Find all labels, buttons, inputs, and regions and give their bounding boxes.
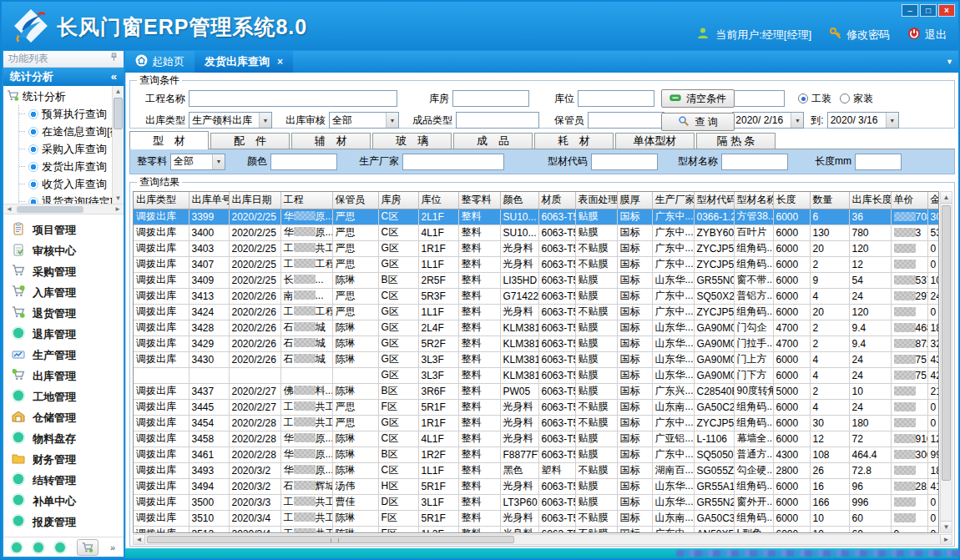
column-header[interactable]: 保管员 — [332, 192, 378, 209]
sidebar-item-folder[interactable]: 财务管理 — [12, 449, 124, 470]
clear-conditions-button[interactable]: 清空条件 — [661, 89, 735, 108]
column-header[interactable]: 出库单号 — [189, 192, 229, 209]
column-header[interactable]: 膜厚 — [617, 192, 652, 209]
sidebar-item-clipboard[interactable]: 项目管理 — [12, 219, 124, 240]
scroll-right-icon[interactable]: ► — [114, 204, 121, 214]
tree-vertical-scrollbar[interactable]: ▲ ▼ — [112, 86, 124, 204]
cart-module-button[interactable] — [77, 539, 99, 556]
module-dot-icon[interactable] — [55, 542, 65, 552]
sidebar-item-clipboard2[interactable]: 审核中心 — [12, 240, 124, 261]
material-tab[interactable]: 辅 材 — [291, 133, 371, 149]
sidebar-section-header[interactable]: 统计分析 « — [3, 68, 124, 86]
column-header[interactable]: 型材代码 — [694, 192, 734, 209]
tab-close-icon[interactable]: × — [277, 56, 283, 68]
sidebar-item-circle[interactable]: 报废管理 — [12, 512, 124, 532]
close-button[interactable]: × — [938, 4, 955, 17]
module-dot-icon[interactable] — [33, 542, 43, 552]
factory-input[interactable] — [402, 154, 504, 170]
search-button[interactable]: 查 询 — [661, 113, 735, 131]
sidebar-item-cart-out[interactable]: 出库管理 — [12, 366, 124, 386]
table-row[interactable]: 调拨出库35102020/3/4工共工程陈琳F区5R1F整料光身料6063-T5… — [134, 510, 939, 526]
material-tab[interactable]: 隔 热 条 — [696, 133, 776, 149]
material-tab[interactable]: 型 材 — [129, 131, 209, 149]
scroll-thumb[interactable] — [17, 206, 83, 213]
minimize-button[interactable]: – — [902, 4, 918, 17]
more-modules-button[interactable]: » — [110, 542, 115, 552]
column-header[interactable]: 单价 — [891, 192, 927, 209]
table-row[interactable]: 调拨出库34302020/2/26石城陈琳G区3L3F整料KLM38176063… — [134, 351, 939, 367]
material-tab[interactable]: 成 品 — [453, 133, 533, 149]
sidebar-item-cart[interactable]: 采购管理 — [12, 261, 124, 282]
material-tab[interactable]: 耗 材 — [534, 133, 614, 149]
scroll-left-icon[interactable]: ◄ — [6, 204, 13, 214]
date-from-picker[interactable]: 2020/ 2/16▼ — [732, 112, 804, 129]
tree-item[interactable]: 预算执行查询 — [19, 105, 124, 123]
column-header[interactable]: 出库日期 — [229, 192, 280, 209]
column-header[interactable]: 材质 — [538, 192, 575, 209]
results-horizontal-scrollbar[interactable]: ◄ ► — [133, 534, 952, 545]
table-row[interactable]: G区3L3F整料KLM38176063-T5贴膜国标山东华...GA90M09.… — [134, 367, 939, 383]
table-row[interactable]: 调拨出库34282020/2/26石城陈琳G区2L4F整料KLM38176063… — [134, 320, 939, 335]
scroll-up-icon[interactable]: ▲ — [941, 192, 952, 204]
table-row[interactable]: 调拨出库34002020/2/25华原...严思C区4L1F整料SU10...6… — [134, 225, 939, 240]
table-row[interactable]: 调拨出库34582020/2/28华原...陈琳C区4L1F整料光身料6063-… — [134, 431, 939, 446]
date-to-picker[interactable]: 2020/ 3/16▼ — [827, 112, 899, 129]
table-row[interactable]: 调拨出库35122020/3/4工共工程陈琳F区1L2F整料光身料6063-T5… — [134, 526, 939, 533]
radio-gongzhuang[interactable]: 工装 — [798, 92, 831, 106]
audit-select[interactable]: 全部▼ — [329, 112, 399, 129]
table-row[interactable]: 调拨出库34072020/2/25工工程严思G区1L1F整料光身料6063-T5… — [134, 256, 939, 272]
product-type-input[interactable] — [456, 112, 539, 129]
tree-item[interactable]: 收货入库查询 — [19, 175, 124, 193]
column-header[interactable]: 型材名称 — [734, 192, 773, 209]
sidebar-item-circle[interactable]: 结转管理 — [12, 470, 124, 491]
results-vertical-scrollbar[interactable]: ▲ ▼ — [940, 191, 952, 533]
sidebar-item-warehouse[interactable]: 仓储管理 — [12, 407, 124, 428]
tree-item[interactable]: 在途信息查询[待 — [19, 123, 124, 140]
column-header[interactable]: 数量 — [810, 192, 849, 209]
tab-home[interactable]: 起始页 — [125, 51, 195, 73]
whole-part-select[interactable]: 全部▼ — [170, 154, 225, 170]
maximize-button[interactable]: □ — [920, 4, 937, 17]
sidebar-item-circle[interactable]: 物料盘存 — [12, 428, 124, 449]
column-header[interactable]: 生产厂家 — [652, 192, 694, 209]
table-row[interactable]: 调拨出库34932020/3/2华原...陈琳C区1L1F整料黑色塑料不贴膜国标… — [134, 462, 939, 478]
column-header[interactable]: 颜色 — [500, 192, 538, 209]
sidebar-item-cart-return[interactable]: 退货管理 — [12, 303, 124, 324]
sidebar-item-chart[interactable]: 生产管理 — [12, 345, 124, 366]
table-row[interactable]: 调拨出库34132020/2/26南...严思C区5R3F整料G71422606… — [134, 288, 939, 304]
tree-horizontal-scrollbar[interactable]: ◄ ► — [3, 204, 124, 214]
keeper-input[interactable] — [588, 112, 664, 129]
column-header[interactable]: 金 — [927, 192, 939, 209]
module-dot-icon[interactable] — [12, 542, 22, 552]
scroll-thumb[interactable] — [147, 536, 514, 543]
profile-code-input[interactable] — [591, 154, 658, 170]
color-input[interactable] — [270, 154, 337, 170]
scroll-thumb[interactable] — [114, 98, 123, 129]
scroll-left-icon[interactable]: ◄ — [134, 535, 145, 544]
material-tab[interactable]: 玻 璃 — [372, 133, 452, 149]
collapse-icon[interactable]: « — [111, 68, 117, 86]
sidebar-item-cart-in[interactable]: 入库管理 — [12, 282, 124, 303]
table-row[interactable]: 调拨出库34032020/2/25工共工程严思G区1R1F整料光身料6063-T… — [134, 240, 939, 256]
column-header[interactable]: 长度 — [773, 192, 810, 209]
warehouse-input[interactable] — [452, 90, 529, 107]
scroll-up-icon[interactable]: ▲ — [113, 86, 124, 97]
table-row[interactable]: 调拨出库34092020/2/25长...陈琳B区2R5F整料LI35HD606… — [134, 272, 939, 288]
scroll-thumb[interactable] — [942, 205, 951, 481]
radio-jiazhuang[interactable]: 家装 — [840, 92, 873, 106]
table-row[interactable]: 调拨出库34612020/2/28华原...陈琳B区1R2F整料F8877FT6… — [134, 446, 939, 462]
tree-item[interactable]: 采购入库查询 — [19, 140, 124, 158]
tree-item[interactable]: 发货出库查询 — [19, 158, 124, 175]
change-password-button[interactable]: 修改密码 — [829, 27, 890, 43]
sidebar-item-circle[interactable]: 退库管理 — [12, 324, 124, 345]
tab-overflow-icon[interactable]: ▼ — [946, 58, 953, 66]
tree-item[interactable]: 退货查询[待定] — [19, 193, 124, 204]
length-input[interactable] — [855, 154, 902, 170]
material-tab[interactable]: 配 件 — [210, 133, 290, 149]
table-row[interactable]: 调拨出库34452020/2/27工共工程严思F区5R1F整料光身料6063-T… — [134, 399, 939, 415]
scroll-down-icon[interactable]: ▼ — [941, 521, 952, 532]
material-tab[interactable]: 单体型材 — [615, 133, 695, 149]
table-row[interactable]: 调拨出库35002020/3/3工共工程曹佳D区3L1F整料LT3P606063… — [134, 494, 939, 510]
table-row[interactable]: 调拨出库34942020/3/2石辉城汤伟H区5R1F整料光身料6063-T5贴… — [134, 478, 939, 494]
column-header[interactable]: 工程 — [280, 192, 332, 209]
